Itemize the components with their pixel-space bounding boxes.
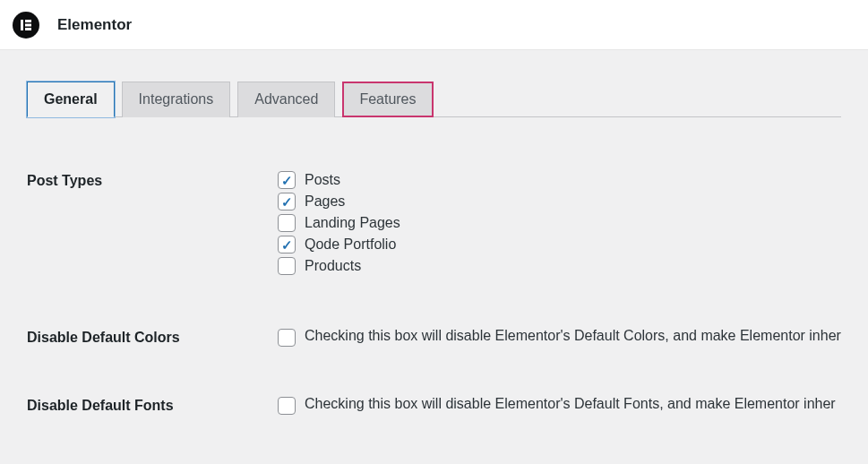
checkbox-disable-colors[interactable] (278, 329, 296, 347)
content-area: General Integrations Advanced Features P… (0, 50, 868, 415)
label-disable-colors: Disable Default Colors (27, 328, 278, 347)
checkbox-landing-pages[interactable] (278, 214, 296, 232)
tab-features[interactable]: Features (342, 82, 433, 117)
post-type-option: Pages (278, 193, 841, 211)
setting-row-post-types: Post Types Posts Pages Landing Pages Qod… (27, 171, 841, 279)
svg-rect-0 (21, 20, 23, 30)
svg-rect-3 (25, 28, 31, 30)
checkbox-label[interactable]: Products (305, 258, 361, 274)
svg-rect-2 (25, 23, 31, 26)
checkbox-label[interactable]: Posts (305, 172, 340, 188)
label-disable-fonts: Disable Default Fonts (27, 396, 278, 415)
page-title: Elementor (57, 16, 132, 34)
post-type-option: Landing Pages (278, 214, 841, 232)
post-type-option: Products (278, 257, 841, 275)
field-post-types: Posts Pages Landing Pages Qode Portfolio… (278, 171, 841, 279)
field-disable-colors: Checking this box will disable Elementor… (278, 328, 841, 347)
description-disable-fonts: Checking this box will disable Elementor… (305, 396, 836, 412)
setting-row-disable-colors: Disable Default Colors Checking this box… (27, 328, 841, 347)
tabs-nav: General Integrations Advanced Features (27, 81, 841, 117)
description-disable-colors: Checking this box will disable Elementor… (305, 328, 841, 344)
tab-integrations[interactable]: Integrations (122, 82, 231, 117)
post-type-option: Qode Portfolio (278, 236, 841, 253)
checkbox-label[interactable]: Pages (305, 193, 345, 210)
label-post-types: Post Types (27, 171, 278, 279)
tab-general[interactable]: General (27, 82, 115, 117)
tab-advanced[interactable]: Advanced (237, 82, 335, 117)
checkbox-disable-fonts[interactable] (278, 397, 296, 415)
checkbox-label[interactable]: Qode Portfolio (305, 236, 396, 253)
elementor-logo-icon (13, 12, 39, 39)
checkbox-pages[interactable] (278, 193, 296, 211)
setting-row-disable-fonts: Disable Default Fonts Checking this box … (27, 396, 841, 415)
checkbox-products[interactable] (278, 257, 296, 275)
post-type-option: Posts (278, 171, 841, 189)
checkbox-qode-portfolio[interactable] (278, 236, 296, 253)
checkbox-label[interactable]: Landing Pages (305, 215, 400, 231)
svg-rect-1 (25, 20, 31, 22)
field-disable-fonts: Checking this box will disable Elementor… (278, 396, 841, 415)
checkbox-posts[interactable] (278, 171, 296, 189)
page-header: Elementor (0, 0, 868, 50)
